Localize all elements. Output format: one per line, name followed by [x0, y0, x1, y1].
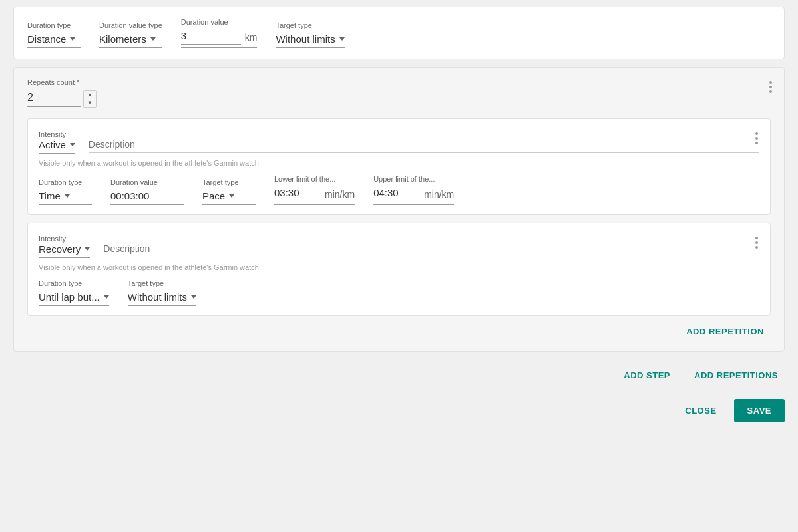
active-target-type-chevron-icon [229, 194, 234, 198]
recovery-target-type-value: Without limits [128, 291, 187, 303]
recovery-duration-type-label: Duration type [39, 279, 109, 287]
add-repetition-button[interactable]: ADD REPETITION [680, 323, 771, 340]
stepper-down-button[interactable]: ▼ [84, 99, 96, 107]
repeats-count-group: Repeats count * ▲ ▼ [27, 78, 771, 108]
top-duration-type-chevron-icon [70, 37, 75, 41]
dot3 [755, 142, 758, 144]
active-duration-type-value: Time [39, 190, 61, 201]
dot2 [755, 137, 758, 140]
dot2 [769, 86, 772, 88]
dot2 [755, 241, 758, 244]
add-repetitions-button[interactable]: ADD REPETITIONS [688, 366, 785, 384]
active-lower-limit-group: Lower limit of the... min/km [274, 175, 355, 205]
recovery-target-type-label: Target type [128, 279, 196, 287]
recovery-step-card: Intensity Recovery Visible only when a w… [27, 223, 771, 316]
recovery-intensity-select[interactable]: Recovery [39, 243, 90, 258]
bottom-action-bar: ADD STEP ADD REPETITIONS [13, 360, 785, 384]
top-target-type-chevron-icon [339, 37, 345, 41]
repeats-three-dots-menu[interactable] [767, 78, 775, 96]
recovery-intensity-chevron-icon [85, 247, 90, 251]
top-target-type-label: Target type [276, 21, 344, 29]
save-bar: CLOSE SAVE [13, 392, 785, 422]
top-duration-type-value: Distance [27, 33, 66, 45]
dot3 [755, 246, 758, 249]
top-duration-value-input[interactable] [181, 30, 241, 45]
active-hint-text: Visible only when a workout is opened in… [39, 159, 759, 167]
active-intensity-label: Intensity [39, 130, 66, 138]
top-duration-type-group: Duration type Distance [27, 21, 81, 48]
active-intensity-value: Active [39, 139, 66, 150]
top-target-type-group: Target type Without limits [276, 21, 344, 48]
recovery-intensity-label: Intensity [39, 235, 66, 243]
active-duration-value-group: Duration value [110, 178, 184, 205]
active-upper-limit-field: min/km [373, 187, 454, 205]
active-target-type-label: Target type [202, 178, 256, 186]
repeats-card: Repeats count * ▲ ▼ Intensity [13, 67, 785, 352]
repeats-count-input[interactable] [27, 92, 81, 107]
active-upper-limit-input[interactable] [373, 187, 420, 201]
recovery-duration-type-value: Until lap but... [39, 291, 100, 303]
top-duration-value-type-group: Duration value type Kilometers [99, 21, 162, 48]
top-duration-value-label: Duration value [181, 18, 258, 26]
top-duration-value-unit: km [245, 32, 258, 43]
active-upper-limit-unit: min/km [424, 189, 454, 200]
active-lower-limit-field: min/km [274, 187, 355, 205]
top-duration-value-group: Duration value km [181, 18, 258, 48]
top-duration-value-field: km [181, 30, 258, 48]
dot3 [769, 90, 772, 93]
repeats-stepper[interactable]: ▲ ▼ [83, 90, 97, 108]
stepper-up-button[interactable]: ▲ [84, 91, 96, 99]
top-target-type-value: Without limits [276, 33, 335, 45]
dot1 [755, 132, 758, 135]
recovery-target-type-chevron-icon [191, 295, 196, 299]
top-duration-value-type-value: Kilometers [99, 33, 146, 45]
recovery-target-type-select[interactable]: Without limits [128, 291, 196, 306]
active-step-three-dots-menu[interactable] [753, 130, 761, 147]
dot1 [769, 81, 772, 84]
active-lower-limit-label: Lower limit of the... [274, 175, 355, 183]
recovery-duration-type-select[interactable]: Until lap but... [39, 291, 109, 306]
top-duration-type-select[interactable]: Distance [27, 33, 81, 48]
active-description-input[interactable] [89, 139, 759, 153]
active-duration-type-group: Duration type Time [39, 178, 92, 205]
recovery-intensity-value: Recovery [39, 243, 81, 255]
add-step-button[interactable]: ADD STEP [617, 366, 677, 384]
top-duration-value-type-chevron-icon [150, 37, 156, 41]
add-repetition-bar: ADD REPETITION [27, 316, 771, 340]
active-intensity-chevron-icon [70, 143, 75, 146]
active-duration-type-chevron-icon [65, 194, 70, 198]
recovery-duration-type-group: Duration type Until lap but... [39, 279, 109, 306]
active-upper-limit-label: Upper limit of the... [373, 175, 454, 183]
active-target-type-group: Target type Pace [202, 178, 256, 205]
active-lower-limit-unit: min/km [325, 189, 355, 200]
recovery-duration-type-chevron-icon [104, 295, 109, 299]
recovery-description-input[interactable] [103, 243, 759, 257]
repeats-count-label: Repeats count * [27, 78, 771, 86]
recovery-step-three-dots-menu[interactable] [753, 234, 761, 251]
active-step-card: Intensity Active Visible only when a wor… [27, 118, 771, 215]
active-duration-value-label: Duration value [110, 178, 184, 186]
top-duration-type-label: Duration type [27, 21, 81, 29]
recovery-target-type-group: Target type Without limits [128, 279, 196, 306]
top-target-type-select[interactable]: Without limits [276, 33, 344, 48]
active-duration-type-select[interactable]: Time [39, 190, 92, 205]
dot1 [755, 237, 758, 239]
active-duration-type-label: Duration type [39, 178, 92, 186]
active-intensity-select[interactable]: Active [39, 139, 75, 154]
top-duration-value-type-select[interactable]: Kilometers [99, 33, 162, 48]
top-duration-value-type-label: Duration value type [99, 21, 162, 29]
active-lower-limit-input[interactable] [274, 187, 321, 201]
save-button[interactable]: SAVE [734, 399, 785, 422]
active-upper-limit-group: Upper limit of the... min/km [373, 175, 454, 205]
active-target-type-select[interactable]: Pace [202, 190, 256, 205]
active-duration-value-input[interactable] [110, 190, 184, 205]
active-target-type-value: Pace [202, 190, 225, 201]
recovery-hint-text: Visible only when a workout is opened in… [39, 263, 759, 271]
close-button[interactable]: CLOSE [676, 399, 725, 422]
